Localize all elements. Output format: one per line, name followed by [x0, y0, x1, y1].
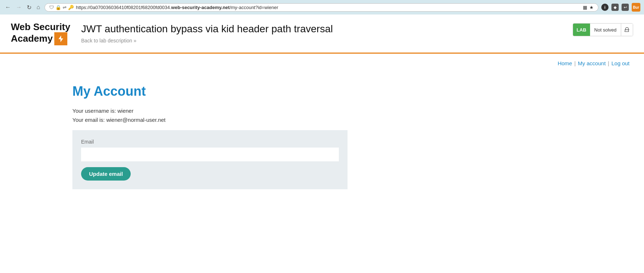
bolt-icon: [57, 35, 65, 43]
email-form: Email Update email: [72, 130, 348, 189]
nav-log-out[interactable]: Log out: [611, 60, 630, 66]
logo-bolt: [54, 32, 67, 45]
url-prefix: https://0a070036036410f08201f68200fd0034…: [76, 5, 171, 10]
nav-sep1: |: [574, 60, 576, 66]
lock-icon: 🔒: [55, 5, 61, 10]
username-info: Your username is: wiener: [72, 108, 572, 114]
logo-line1: Web Security: [11, 22, 70, 32]
nav-home[interactable]: Home: [557, 60, 572, 66]
security-icons: 🛡 🔒 ⇌ 🔑: [49, 5, 74, 10]
url-text: https://0a070036036410f08201f68200fd0034…: [76, 5, 581, 10]
qr-icon: ▦: [583, 5, 587, 10]
forward-button[interactable]: →: [14, 3, 23, 11]
reload-button[interactable]: ↻: [25, 3, 33, 12]
header-right: JWT authentication bypass via kid header…: [81, 23, 633, 44]
page-heading: My Account: [72, 84, 572, 99]
extension-icon[interactable]: ◆: [611, 4, 619, 11]
key-icon: 🔑: [68, 5, 74, 10]
lab-badge: LAB: [573, 24, 590, 36]
browser-chrome: ← → ↻ ⌂ 🛡 🔒 ⇌ 🔑 https://0a070036036410f0…: [0, 0, 644, 15]
star-icon[interactable]: ★: [589, 5, 594, 10]
nav-my-account[interactable]: My account: [578, 60, 606, 66]
flask-icon: [624, 27, 630, 33]
lab-not-solved-text: Not solved: [590, 24, 621, 36]
credentials-icon: ⇌: [63, 5, 67, 10]
logo-academy: Academy: [11, 32, 67, 45]
nav-sep2: |: [608, 60, 609, 66]
lab-status-badge: LAB Not solved: [573, 23, 633, 36]
nav-bar: Home | My account | Log out: [0, 54, 644, 73]
back-to-lab-link[interactable]: Back to lab description »: [81, 38, 333, 44]
burp-icon[interactable]: Bur: [632, 3, 640, 12]
update-email-button[interactable]: Update email: [81, 167, 131, 181]
extension2-icon[interactable]: ↩: [622, 4, 629, 11]
back-button[interactable]: ←: [4, 3, 12, 11]
page-header: Web Security Academy JWT authentication …: [0, 15, 644, 53]
svg-marker-0: [58, 35, 63, 42]
url-bold: web-security-academy.net: [171, 5, 230, 10]
lab-title: JWT authentication bypass via kid header…: [81, 23, 333, 35]
url-suffix: /my-account?id=wiener: [230, 5, 278, 10]
logo-line2: Academy: [11, 33, 53, 44]
address-bar[interactable]: 🛡 🔒 ⇌ 🔑 https://0a070036036410f08201f682…: [45, 3, 598, 12]
lab-flask-button[interactable]: [621, 24, 633, 36]
email-info: Your email is: wiener@normal-user.net: [72, 117, 572, 123]
email-input[interactable]: [81, 148, 339, 161]
home-button[interactable]: ⌂: [35, 3, 42, 11]
email-field-label: Email: [81, 139, 339, 145]
shield-icon: 🛡: [49, 5, 54, 10]
info-icon[interactable]: i: [601, 4, 609, 11]
main-content: My Account Your username is: wiener Your…: [0, 73, 644, 200]
lab-title-area: JWT authentication bypass via kid header…: [81, 23, 333, 44]
logo: Web Security Academy: [11, 22, 70, 45]
browser-actions: i ◆ ↩ Bur: [601, 3, 640, 12]
nav-buttons: ← → ↻ ⌂: [4, 3, 42, 12]
